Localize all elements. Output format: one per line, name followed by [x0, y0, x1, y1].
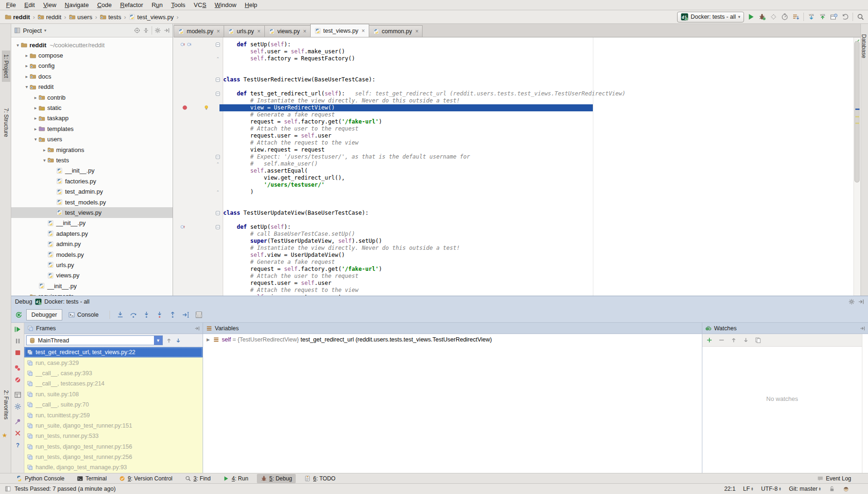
lock-icon[interactable] — [829, 486, 835, 492]
code-line[interactable]: # Attach the request to the view — [223, 287, 854, 294]
fold-marker-icon[interactable] — [216, 225, 220, 229]
menu-item-window[interactable]: Window — [211, 0, 241, 9]
debug-settings-button[interactable] — [848, 298, 855, 305]
tree-item-init-py[interactable]: __init__.py — [11, 281, 173, 291]
code-line[interactable] — [223, 62, 854, 69]
code-line[interactable]: self.view = UserUpdateView() — [223, 252, 854, 259]
hide-frames-button[interactable] — [194, 326, 200, 331]
intention-bulb-icon[interactable] — [204, 105, 209, 110]
editor-tab-views-py[interactable]: views.py× — [264, 25, 311, 37]
step-over-button[interactable] — [130, 311, 137, 319]
editor-tab-test-views-py[interactable]: test_views.py× — [310, 24, 369, 37]
scrollbar-thumb[interactable] — [854, 41, 860, 182]
debug-tab-console[interactable]: Console — [63, 309, 104, 320]
fold-marker-icon[interactable] — [216, 78, 220, 82]
hector-inspector-icon[interactable] — [843, 486, 849, 492]
code-line[interactable]: request.user = self.user — [223, 280, 854, 287]
code-line[interactable]: # self.make_user() — [223, 160, 854, 167]
expand-arrow-icon[interactable]: ▶ — [206, 337, 211, 342]
tree-item-urls-py[interactable]: urls.py — [11, 260, 173, 270]
code-line[interactable]: ) — [223, 189, 854, 196]
variable-row[interactable]: ▶ self = {TestUserRedirectView} test_get… — [203, 334, 702, 345]
tree-item-models-py[interactable]: models.py — [11, 249, 173, 260]
recent-changes-button[interactable] — [830, 13, 838, 21]
minus-button[interactable] — [718, 337, 725, 343]
expand-arrow-icon[interactable]: ▾ — [33, 137, 38, 142]
expand-arrow-icon[interactable]: ▸ — [33, 126, 38, 131]
breadcrumb-item-test-views-py[interactable]: test_views.py — [128, 13, 175, 21]
step-out-button[interactable] — [169, 311, 176, 319]
event-log-button[interactable]: Event Log — [826, 475, 851, 482]
next-frame-button[interactable] — [175, 337, 182, 344]
close-icon[interactable]: × — [303, 28, 306, 35]
menu-item-run[interactable]: Run — [147, 0, 167, 9]
debug-tab-debugger[interactable]: Debugger — [26, 309, 62, 320]
code-line[interactable]: # Attach the user to the request — [223, 273, 854, 280]
menu-item-navigate[interactable]: Navigate — [60, 0, 93, 9]
override-down-icon[interactable] — [187, 42, 192, 47]
thread-dropdown-button[interactable]: ▼ — [154, 336, 162, 345]
stop-button[interactable] — [14, 349, 22, 356]
settings-button[interactable] — [14, 403, 22, 410]
code-line[interactable]: view.get_redirect_url(), — [223, 174, 854, 182]
override-up-icon[interactable] — [180, 42, 186, 47]
show-exec-button[interactable] — [117, 311, 124, 319]
code-line[interactable] — [223, 83, 854, 90]
expand-arrow-icon[interactable]: ▾ — [24, 84, 29, 89]
fold-marker-icon[interactable] — [216, 211, 220, 215]
toolwindow-button-terminal[interactable]: Terminal — [73, 474, 110, 483]
copy-button[interactable] — [755, 337, 761, 343]
pin-button[interactable] — [14, 418, 22, 425]
menu-item-refactor[interactable]: Refactor — [116, 0, 147, 9]
tree-item-admin-py[interactable]: admin.py — [11, 239, 173, 249]
code-line[interactable] — [223, 196, 854, 203]
code-line[interactable]: # Generate a fake request — [223, 111, 854, 118]
update-project-button[interactable]: VCS — [808, 13, 815, 21]
tree-item-test-views-py[interactable]: test_views.py — [11, 207, 173, 218]
panel-settings-button[interactable] — [154, 27, 161, 34]
fold-end-icon[interactable]: ⌃ — [216, 190, 220, 195]
code-line[interactable]: self.assertEqual( — [223, 167, 854, 174]
close-icon[interactable]: × — [415, 28, 418, 35]
code-line[interactable]: self.factory = RequestFactory() — [223, 55, 854, 62]
tree-item-init-py[interactable]: __init__.py — [11, 218, 173, 228]
breakpoint-icon[interactable] — [182, 105, 188, 110]
code-line[interactable] — [223, 203, 854, 210]
evaluate-button[interactable] — [195, 311, 203, 319]
tree-item-init-py[interactable]: __init__.py — [11, 166, 173, 176]
code-line[interactable]: request = self.factory.get('/fake-url') — [223, 266, 854, 273]
tree-item-config[interactable]: ▸config — [11, 61, 173, 71]
frame-row[interactable]: run_tests, django_test_runner.py:156 — [24, 442, 203, 452]
breadcrumb-item-reddit[interactable]: reddit — [36, 13, 62, 21]
previous-frame-button[interactable] — [166, 337, 172, 344]
frame-row[interactable]: handle, django_test_manage.py:93 — [24, 462, 203, 472]
code-line[interactable] — [223, 69, 854, 76]
toolwindow-button-3-find[interactable]: 3: Find — [181, 474, 215, 483]
frame-row[interactable]: run, case.py:329 — [24, 357, 203, 368]
tree-item-reddit[interactable]: ▾reddit — [11, 82, 173, 92]
hide-watches-button[interactable] — [860, 326, 865, 331]
encoding-selector[interactable]: UTF-8▲▼ — [761, 486, 781, 492]
rollback-button[interactable] — [841, 13, 849, 21]
code-line[interactable]: request = self.factory.get('/fake-url') — [223, 118, 854, 125]
view-bp-button[interactable] — [14, 364, 22, 372]
frame-row[interactable]: __call__, testcases.py:214 — [24, 378, 203, 389]
tool-strip-7-structure[interactable]: 7: Structure — [2, 104, 10, 141]
tree-item-templates[interactable]: ▸templates — [11, 124, 173, 134]
tool-strip-1-project[interactable]: 1: Project — [2, 51, 10, 82]
expand-arrow-icon[interactable]: ▸ — [42, 147, 47, 153]
coverage-button[interactable] — [770, 13, 777, 21]
help-button[interactable]: ? — [14, 441, 22, 449]
tool-window-toggle-icon[interactable] — [5, 486, 11, 492]
tree-item-docs[interactable]: ▸docs — [11, 71, 173, 81]
close-button[interactable] — [14, 429, 22, 437]
step-into-button[interactable] — [143, 311, 150, 319]
fold-end-icon[interactable]: ⌃ — [216, 57, 220, 61]
expand-arrow-icon[interactable]: ▸ — [24, 53, 29, 58]
code-line[interactable]: # Attach the request to the view — [223, 139, 854, 146]
caret-position[interactable]: 22:1 — [724, 486, 736, 492]
fold-marker-icon[interactable] — [216, 155, 220, 159]
tree-item-compose[interactable]: ▸compose — [11, 50, 173, 60]
menu-item-code[interactable]: Code — [93, 0, 116, 9]
code-line[interactable]: super(TestUserUpdateView, self).setUp() — [223, 238, 854, 245]
